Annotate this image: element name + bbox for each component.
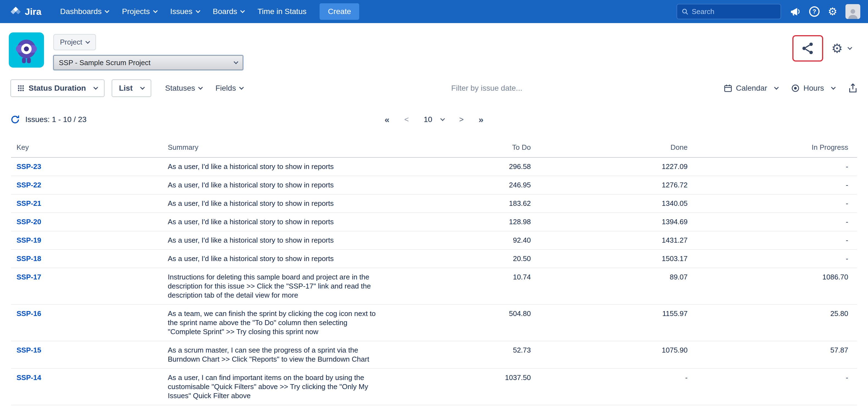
todo-value: 246.95 [388,176,536,194]
issue-key-link[interactable]: SSP-18 [17,254,41,263]
done-value: 1075.90 [536,341,693,369]
chevron-down-icon [831,85,836,90]
scope-dropdown-button[interactable]: Project [53,34,96,50]
nav-item-dashboards[interactable]: Dashboards [54,0,116,23]
issue-key-link[interactable]: SSP-20 [17,218,41,226]
done-value: 1276.72 [536,176,693,194]
todo-value: 128.98 [388,213,536,231]
search-input[interactable] [692,7,776,16]
grid-icon [18,85,24,92]
next-page-button[interactable]: > [459,115,464,124]
todo-value: 296.58 [388,158,536,176]
nav-label: Issues [170,7,192,16]
calendar-dropdown[interactable]: Calendar [724,84,778,93]
user-avatar[interactable] [845,4,860,19]
nav-label: Dashboards [60,7,102,16]
issues-bar: Issues: 1 - 10 / 23 « < 10 > » [0,113,868,126]
chevron-down-icon [94,85,98,90]
units-dropdown[interactable]: Hours [791,84,835,93]
fields-dropdown[interactable]: Fields [209,84,250,93]
page-size-dropdown[interactable]: 10 [424,115,444,124]
nav-item-projects[interactable]: Projects [115,0,163,23]
chevron-down-icon [440,116,445,121]
date-filter-input[interactable]: Filter by issue date... [250,84,724,93]
issue-key-link[interactable]: SSP-23 [17,162,41,171]
issue-summary: As a user, I can find important items on… [168,369,388,405]
in-progress-value: - [693,249,857,268]
nav-item-boards[interactable]: Boards [206,0,251,23]
todo-value: 10.74 [388,268,536,305]
issue-key-link[interactable]: SSP-21 [17,199,41,207]
issue-summary: As a user, I'd like a historical story t… [168,176,388,194]
nav-label: Time in Status [257,7,306,16]
project-avatar[interactable] [9,32,44,68]
issue-key-link[interactable]: SSP-16 [17,309,41,318]
first-page-button[interactable]: « [384,114,390,125]
in-progress-value: - [693,158,857,176]
issue-summary: As a user, I'd like a historical story t… [168,213,388,231]
previous-page-button[interactable]: < [404,115,409,124]
todo-value: 1037.50 [388,369,536,405]
issue-summary: As a user, I'd like a historical story t… [168,249,388,268]
report-settings-button[interactable]: ⚙︎ [831,42,851,55]
refresh-icon[interactable] [10,115,20,124]
issue-key-cell: SSP-15 [11,341,168,369]
issue-key-cell: SSP-23 [11,158,168,176]
feedback-megaphone-icon[interactable] [789,7,801,16]
issue-key-link[interactable]: SSP-17 [17,273,41,281]
done-value: - [536,369,693,405]
chevron-down-icon [140,85,145,90]
done-value: 89.07 [536,268,693,305]
issue-key-cell: SSP-14 [11,369,168,405]
issue-summary: As a user, I'd like a historical story t… [168,231,388,249]
chevron-down-icon [240,8,245,13]
report-type-label: Status Duration [29,84,86,93]
help-icon[interactable]: ? [809,6,819,17]
issue-summary: As a team, we can finish the sprint by c… [168,305,388,341]
project-header: Project SSP - Sample Scrum Project [0,23,868,70]
issues-count: Issues: 1 - 10 / 23 [25,115,87,124]
issue-key-cell: SSP-20 [11,213,168,231]
table-row: SSP-21As a user, I'd like a historical s… [11,194,857,213]
issues-table-body: SSP-23As a user, I'd like a historical s… [11,158,857,405]
todo-value: 52.73 [388,341,536,369]
gear-icon[interactable]: ⚙︎ [828,6,837,17]
search-icon [682,8,688,15]
nav-item-time-in-status[interactable]: Time in Status [251,0,313,23]
todo-value: 92.40 [388,231,536,249]
table-row: SSP-16As a team, we can finish the sprin… [11,305,857,341]
in-progress-value: 57.87 [693,341,857,369]
statuses-dropdown[interactable]: Statuses [158,84,209,93]
table-row: SSP-17Instructions for deleting this sam… [11,268,857,305]
done-value: 1394.69 [536,213,693,231]
view-type-button[interactable]: List [112,79,151,97]
create-button[interactable]: Create [319,3,359,20]
jira-logo[interactable]: Jira [10,6,41,17]
last-page-button[interactable]: » [478,114,484,125]
issue-key-link[interactable]: SSP-14 [17,373,41,382]
column-header-in-progress: In Progress [693,138,857,158]
done-value: 1340.05 [536,194,693,213]
report-type-button[interactable]: Status Duration [10,79,104,97]
done-value: 1155.97 [536,305,693,341]
search-box [677,4,781,19]
issue-key-link[interactable]: SSP-22 [17,181,41,189]
done-value: 1431.27 [536,231,693,249]
person-icon [847,8,859,19]
column-header-key: Key [11,138,168,158]
issue-key-link[interactable]: SSP-15 [17,346,41,354]
project-select[interactable]: SSP - Sample Scrum Project [53,55,243,70]
export-icon[interactable] [848,83,858,93]
nav-item-issues[interactable]: Issues [164,0,206,23]
done-value: 1503.17 [536,249,693,268]
target-icon [791,84,800,92]
issue-key-link[interactable]: SSP-19 [17,236,41,244]
chevron-down-icon [239,85,244,90]
table-header-row: Key Summary To Do Done In Progress [11,138,857,158]
jira-logo-text: Jira [25,6,41,17]
report-toolbar: Status Duration List Statuses Fields Fil… [0,79,868,97]
share-icon[interactable] [801,42,814,55]
project-select-value: SSP - Sample Scrum Project [59,59,150,67]
issue-key-cell: SSP-21 [11,194,168,213]
table-row: SSP-15As a scrum master, I can see the p… [11,341,857,369]
